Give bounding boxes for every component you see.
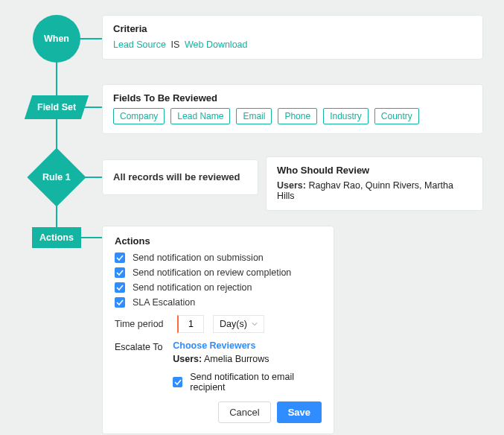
option-row: Send notification on review completion	[115, 267, 322, 278]
save-button[interactable]: Save	[277, 401, 322, 423]
when-node: When	[33, 15, 80, 63]
actions-node-label: Actions	[39, 232, 74, 243]
notif-recipient-label: Send notification to email recipient	[190, 372, 322, 393]
option-label: Send notification on review completion	[133, 267, 291, 278]
checkbox-icon[interactable]	[173, 377, 182, 387]
field-chip[interactable]: Phone	[278, 108, 317, 124]
rule-scope-card: All records will be reviewed	[102, 159, 258, 195]
criteria-field[interactable]: Lead Source	[113, 39, 166, 50]
criteria-expression: Lead Source IS Web Download	[113, 39, 472, 50]
who-review-card: Who Should Review Users: Raghav Rao, Qui…	[266, 156, 483, 211]
time-unit-label: Day(s)	[220, 319, 247, 329]
flow-connector-vertical	[56, 45, 57, 244]
time-period-row: Time period Day(s)	[115, 315, 322, 333]
option-row: Send notification on rejection	[115, 282, 322, 293]
time-unit-select[interactable]: Day(s)	[213, 315, 264, 333]
time-period-label: Time period	[115, 319, 168, 329]
chevron-down-icon	[252, 321, 258, 327]
option-row: SLA Escalation	[115, 297, 322, 308]
checkbox-icon[interactable]	[115, 253, 125, 263]
checkbox-icon[interactable]	[115, 282, 125, 293]
escalate-users-list: Amelia Burrows	[204, 354, 269, 364]
actions-title: Actions	[115, 235, 322, 247]
criteria-value[interactable]: Web Download	[185, 39, 248, 50]
escalate-users-label: Users:	[173, 354, 202, 364]
when-node-label: When	[44, 34, 69, 44]
escalate-row: Escalate To Choose Reviewers Users: Amel…	[115, 340, 322, 393]
time-period-input[interactable]	[177, 315, 204, 333]
who-review-users: Users: Raghav Rao, Quinn Rivers, Martha …	[277, 180, 472, 201]
field-chip[interactable]: Lead Name	[170, 108, 230, 124]
flow-connector	[80, 237, 103, 238]
action-buttons: Cancel Save	[115, 401, 322, 423]
fields-title: Fields To Be Reviewed	[113, 92, 472, 104]
option-row: Send notification on submission	[115, 253, 322, 263]
notif-recipient-row: Send notification to email recipient	[173, 372, 322, 393]
actions-node: Actions	[32, 227, 81, 248]
fieldset-node-label: Field Set	[37, 102, 76, 112]
criteria-operator: IS	[169, 39, 182, 50]
escalate-users: Users: Amelia Burrows	[173, 354, 322, 364]
cancel-button[interactable]: Cancel	[218, 401, 270, 423]
rule-node-label: Rule 1	[42, 172, 71, 182]
checkbox-icon[interactable]	[115, 267, 125, 278]
field-chip[interactable]: Email	[236, 108, 272, 124]
option-label: Send notification on rejection	[133, 282, 252, 293]
field-chips: Company Lead Name Email Phone Industry C…	[113, 108, 472, 124]
field-chip[interactable]: Company	[113, 108, 165, 124]
who-review-title: Who Should Review	[277, 165, 472, 176]
fields-card: Fields To Be Reviewed Company Lead Name …	[102, 84, 483, 134]
users-label: Users:	[277, 180, 306, 191]
criteria-card: Criteria Lead Source IS Web Download	[102, 15, 483, 60]
checkbox-icon[interactable]	[115, 297, 125, 308]
field-chip[interactable]: Industry	[323, 108, 369, 124]
actions-card: Actions Send notification on submission …	[102, 226, 334, 434]
rule-scope-text: All records will be reviewed	[113, 171, 240, 182]
field-chip[interactable]: Country	[374, 108, 419, 124]
rule-node: Rule 1	[27, 147, 86, 206]
choose-reviewers-link[interactable]: Choose Reviewers	[173, 340, 322, 351]
escalate-label: Escalate To	[115, 340, 173, 393]
option-label: Send notification on submission	[133, 253, 264, 263]
fieldset-node: Field Set	[25, 95, 89, 119]
option-label: SLA Escalation	[133, 297, 195, 308]
criteria-title: Criteria	[113, 23, 472, 34]
